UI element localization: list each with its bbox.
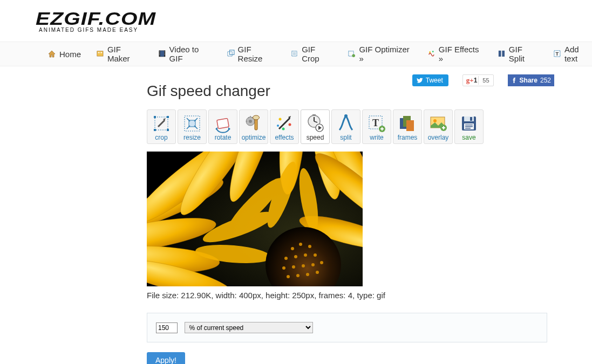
svg-point-36 [279,118,282,121]
overlay-icon [427,113,449,134]
svg-point-93 [306,273,309,276]
svg-point-91 [287,275,290,278]
tool-label: optimize [242,134,266,141]
svg-point-83 [294,255,297,258]
svg-rect-57 [465,125,473,126]
svg-point-6 [159,51,160,52]
svg-point-90 [320,261,323,264]
svg-text:T: T [556,51,559,57]
nav-video-to-gif[interactable]: Video to GIF [158,45,212,63]
speed-value-input[interactable] [156,322,178,333]
write-icon: T [366,113,387,134]
svg-point-39 [277,125,279,127]
svg-rect-0 [97,51,103,56]
nav-add-text[interactable]: T Add text [553,45,592,63]
svg-point-9 [164,51,165,52]
svg-point-35 [253,115,260,120]
speed-form: % of current speed [147,313,547,342]
nav-gif-maker[interactable]: GIF Maker [96,45,143,63]
speed-unit-select[interactable]: % of current speed [185,322,313,333]
tool-toolbar: crop resize rotate optimize effects spee… [147,109,550,144]
nav-gif-split[interactable]: GIF Split [498,45,538,63]
gplus-count: 55 [478,76,493,85]
fb-count: 252 [540,77,551,84]
svg-point-18 [429,51,431,53]
tool-label: speed [307,134,324,141]
svg-point-37 [289,123,291,126]
optimize-icon [243,113,264,134]
file-info: File size: 212.90K, width: 400px, height… [147,291,550,300]
rotate-icon [212,113,234,134]
svg-rect-27 [154,129,156,131]
fb-label: Share [520,77,537,84]
tool-frames[interactable]: frames [393,109,422,144]
svg-point-19 [432,51,434,52]
tool-optimize[interactable]: optimize [239,109,268,144]
svg-rect-26 [167,116,169,118]
tool-resize[interactable]: resize [178,109,207,144]
home-icon [47,50,56,58]
share-row: Tweet g+1 55 Share 252 [412,74,554,86]
nav-gif-crop[interactable]: GIF Crop [290,45,332,63]
tool-overlay[interactable]: overlay [424,109,453,144]
svg-point-33 [249,120,252,123]
nav-label: Home [59,50,81,59]
svg-rect-54 [464,116,474,121]
tool-rotate[interactable]: rotate [208,109,237,144]
site-logo[interactable]: EZGIF.COM ANIMATED GIFS MADE EASY [0,0,592,37]
svg-point-86 [282,266,285,270]
svg-point-80 [299,243,302,246]
tool-speed[interactable]: speed [301,109,330,144]
svg-point-11 [164,54,165,55]
effects-nav-icon [427,50,436,58]
split-nav-icon [498,50,506,58]
nav-home[interactable]: Home [47,50,81,59]
gplus-button[interactable]: g+1 55 [462,74,494,86]
twitter-icon [417,77,423,84]
svg-rect-28 [167,129,169,131]
maker-icon [96,50,104,58]
nav-label: GIF Optimizer » [359,45,412,63]
svg-point-38 [282,128,285,131]
tool-save[interactable]: save [454,109,484,144]
svg-point-8 [159,54,160,55]
svg-rect-41 [312,114,316,116]
effects-icon [274,113,295,134]
svg-rect-49 [406,120,414,131]
fb-share-button[interactable]: Share 252 [508,74,554,86]
svg-point-43 [344,114,348,118]
svg-point-84 [304,253,307,257]
split-icon [335,113,357,134]
svg-rect-1 [98,52,100,53]
apply-button[interactable]: Apply! [147,352,185,364]
svg-point-79 [291,247,294,250]
tool-label: save [462,134,475,141]
main-nav: Home GIF Maker Video to GIF GIF Resize G… [0,42,592,66]
nav-gif-resize[interactable]: GIF Resize [227,45,276,63]
main-content: Gif speed changer crop resize rotate opt… [0,66,550,364]
nav-gif-optimizer[interactable]: GIF Optimizer » [348,45,412,63]
film-icon [158,50,166,58]
svg-rect-25 [154,116,156,118]
tweet-button[interactable]: Tweet [412,74,448,86]
svg-point-81 [308,245,311,248]
svg-point-92 [296,274,300,277]
nav-label: GIF Split [509,45,538,63]
svg-text:T: T [372,118,379,128]
nav-label: GIF Maker [107,45,143,63]
tool-crop[interactable]: crop [147,109,176,144]
nav-label: GIF Effects » [439,45,482,63]
tool-effects[interactable]: effects [270,109,299,144]
optimize-nav-icon [348,50,356,58]
tool-label: split [340,134,351,141]
logo-main-text: EZGIF.COM [36,8,592,29]
tool-label: effects [275,134,294,141]
frames-icon [397,113,418,134]
svg-rect-15 [293,52,296,56]
crop-icon [151,113,172,134]
svg-rect-58 [465,126,473,127]
nav-gif-effects[interactable]: GIF Effects » [427,45,482,63]
tool-split[interactable]: split [331,109,360,144]
tool-label: resize [183,134,201,141]
tool-write[interactable]: T write [362,109,391,144]
